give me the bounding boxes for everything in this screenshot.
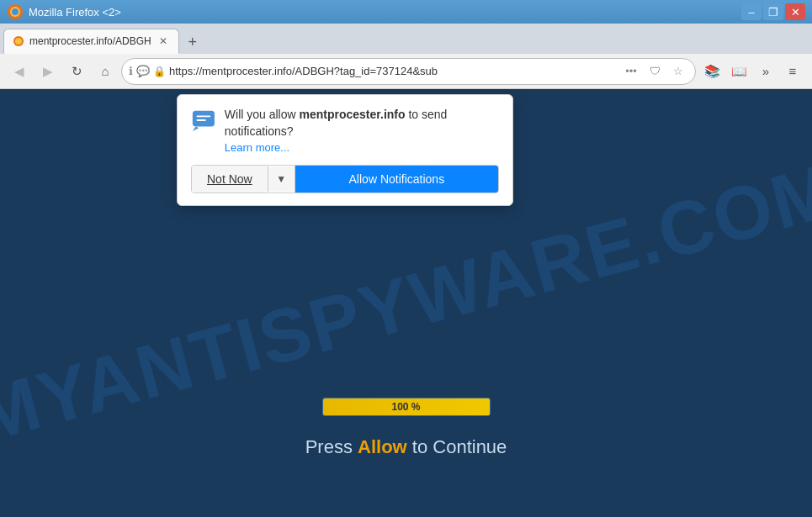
- reload-button[interactable]: ↻: [64, 59, 89, 84]
- svg-marker-6: [193, 126, 199, 131]
- chat-bubble-icon: 💬: [136, 65, 150, 77]
- overflow-button[interactable]: •••: [621, 61, 641, 82]
- url-input[interactable]: [169, 65, 618, 77]
- maximize-button[interactable]: ❐: [763, 3, 783, 20]
- popup-site-name: mentprocester.info: [300, 108, 406, 121]
- svg-rect-8: [197, 119, 206, 121]
- info-icon: ℹ: [129, 65, 133, 77]
- progress-bar-inner: 100 %: [323, 398, 490, 415]
- bookmarks-button[interactable]: 📚: [699, 59, 724, 84]
- svg-point-2: [12, 8, 19, 15]
- lock-icon: 🔒: [153, 66, 166, 77]
- tab-label: mentprocester.info/ADBGH: [29, 35, 151, 47]
- svg-rect-5: [193, 111, 215, 127]
- more-tools-button[interactable]: »: [753, 59, 778, 84]
- forward-button[interactable]: ▶: [35, 59, 61, 84]
- firefox-logo-icon: [7, 3, 24, 20]
- not-now-dropdown-button[interactable]: ▼: [268, 166, 295, 192]
- url-bar-actions: ••• 🛡 ☆: [621, 61, 688, 82]
- press-allow-area: Press Allow to Continue: [305, 436, 507, 458]
- progress-label: 100 %: [391, 401, 420, 413]
- back-button[interactable]: ◀: [7, 59, 32, 84]
- home-button[interactable]: ⌂: [93, 59, 118, 84]
- progress-bar-outer: 100 %: [322, 398, 491, 416]
- shield-button[interactable]: 🛡: [645, 61, 665, 82]
- press-text-after: to Continue: [407, 436, 507, 457]
- popup-message: Will you allow mentprocester.info to sen…: [225, 108, 448, 138]
- allow-word: Allow: [358, 436, 407, 457]
- active-tab[interactable]: mentprocester.info/ADBGH ✕: [3, 29, 179, 54]
- tab-favicon-icon: [13, 35, 24, 47]
- tab-bar: mentprocester.info/ADBGH ✕ +: [0, 24, 812, 54]
- allow-notifications-button[interactable]: Allow Notifications: [295, 166, 498, 193]
- bookmark-star-button[interactable]: ☆: [668, 61, 688, 82]
- reader-view-button[interactable]: 📖: [726, 59, 751, 84]
- popup-message-before: Will you allow: [225, 108, 300, 121]
- new-tab-button[interactable]: +: [181, 30, 204, 54]
- popup-header: Will you allow mentprocester.info to sen…: [191, 107, 499, 155]
- window-title: Mozilla Firefox <2>: [29, 6, 121, 18]
- close-button[interactable]: ✕: [785, 3, 805, 20]
- browser-content: MYANTISPYWARE.COM 100 % Press Allow to C…: [0, 89, 812, 517]
- svg-rect-7: [197, 115, 211, 117]
- menu-button[interactable]: ≡: [780, 59, 805, 84]
- url-bar: ℹ 💬 🔒 ••• 🛡 ☆: [121, 58, 696, 85]
- learn-more-link[interactable]: Learn more...: [225, 141, 289, 154]
- nav-right: 📚 📖 » ≡: [699, 59, 805, 84]
- tab-close-button[interactable]: ✕: [157, 34, 170, 48]
- notification-chat-icon: [191, 107, 216, 134]
- notification-popup: Will you allow mentprocester.info to sen…: [177, 94, 513, 206]
- not-now-button[interactable]: Not Now: [192, 166, 268, 193]
- progress-area: 100 %: [322, 398, 491, 416]
- title-bar-left: Mozilla Firefox <2>: [7, 3, 121, 20]
- nav-bar: ◀ ▶ ↻ ⌂ ℹ 💬 🔒 ••• 🛡 ☆ 📚 📖 » ≡: [0, 54, 812, 89]
- popup-message-container: Will you allow mentprocester.info to sen…: [225, 107, 499, 155]
- minimize-button[interactable]: –: [741, 3, 762, 20]
- press-text-before: Press: [305, 436, 358, 457]
- title-bar-controls: – ❐ ✕: [741, 3, 805, 20]
- title-bar: Mozilla Firefox <2> – ❐ ✕: [0, 0, 812, 24]
- popup-buttons: Not Now ▼ Allow Notifications: [191, 165, 499, 193]
- svg-point-4: [15, 38, 22, 45]
